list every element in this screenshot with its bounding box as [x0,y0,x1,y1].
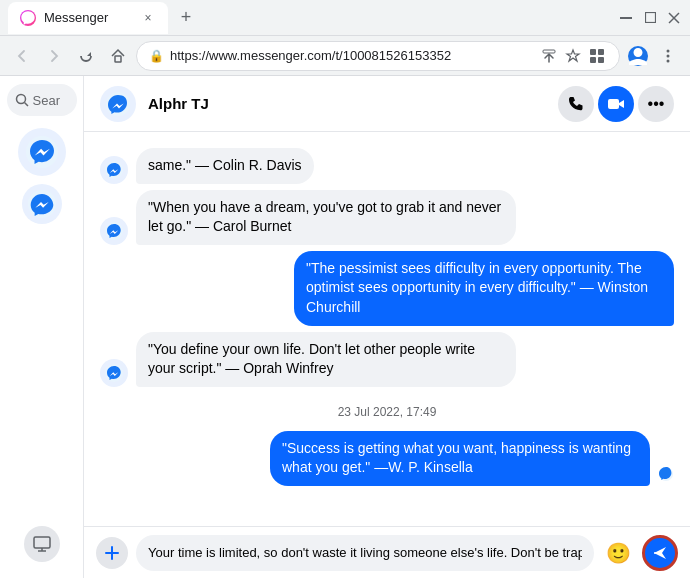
profile-button[interactable] [624,42,652,70]
more-options-button[interactable]: ••• [638,86,674,122]
avatar-icon [105,222,123,240]
monitor-icon [33,535,51,553]
active-tab[interactable]: Messenger × [8,2,168,34]
send-icon [652,545,668,561]
svg-point-14 [16,95,25,104]
timestamp-divider: 23 Jul 2022, 17:49 [100,405,674,419]
svg-rect-5 [543,50,555,53]
maximize-btn[interactable] [642,10,658,26]
tab-close-btn[interactable]: × [140,10,156,26]
svg-line-15 [24,103,28,107]
input-area: 🙂 [84,526,690,578]
message-bubble: "When you have a dream, you've got to gr… [136,190,516,245]
message-row: "The pessimist sees difficulty in every … [100,251,674,326]
message-avatar [100,217,128,245]
message-bubble: "The pessimist sees difficulty in every … [294,251,674,326]
new-tab-button[interactable]: + [172,4,200,32]
sidebar-main-avatar[interactable] [18,128,66,176]
back-button[interactable] [8,42,36,70]
app-container: Sear [0,76,690,578]
emoji-icon: 🙂 [606,541,631,565]
svg-rect-7 [598,49,604,55]
messenger-logo-icon [26,136,58,168]
sent-tick-icon [658,466,674,482]
contact-avatar-small-icon [106,92,130,116]
chat-header: Alphr TJ ••• [84,76,690,132]
close-window-btn[interactable] [666,10,682,26]
message-avatar [100,156,128,184]
svg-point-13 [667,59,670,62]
tab-favicon [20,10,36,26]
tab-title: Messenger [44,10,108,25]
share-icon[interactable] [539,46,559,66]
minimize-btn[interactable] [618,10,634,26]
video-button[interactable] [598,86,634,122]
sidebar: Sear [0,76,84,578]
browser-titlebar: Messenger × + [0,0,690,36]
lock-icon: 🔒 [149,49,164,63]
url-action-icons [539,46,607,66]
chat-contact-name: Alphr TJ [148,95,546,112]
svg-rect-4 [115,56,121,62]
svg-point-12 [667,54,670,57]
url-bar[interactable]: 🔒 https://www.messenger.com/t/1000815261… [136,41,620,71]
more-button[interactable] [654,42,682,70]
forward-button[interactable] [40,42,68,70]
new-conversation-button[interactable] [24,526,60,562]
message-row: same." — Colin R. Davis [100,148,674,184]
svg-rect-8 [590,57,596,63]
avatar-icon [105,161,123,179]
chat-container: Alphr TJ ••• [84,76,690,578]
message-bubble: same." — Colin R. Davis [136,148,314,184]
message-bubble: "You define your own life. Don't let oth… [136,332,516,387]
tab-bar: Messenger × + [8,0,200,36]
emoji-button[interactable]: 🙂 [602,537,634,569]
chat-header-actions: ••• [558,86,674,122]
browser-action-buttons [624,42,682,70]
more-dots-icon: ••• [648,95,665,113]
sidebar-contact-avatar[interactable] [22,184,62,224]
search-icon [15,93,29,107]
message-bubble: "Success is getting what you want, happi… [270,431,650,486]
svg-point-11 [667,49,670,52]
sent-avatar-indicator [658,466,674,486]
message-row: "Success is getting what you want, happi… [100,431,674,486]
window-controls [618,10,682,26]
chat-header-avatar [100,86,136,122]
url-text: https://www.messenger.com/t/100081526153… [170,48,533,63]
video-icon [607,95,625,113]
svg-rect-22 [608,99,619,109]
home-button[interactable] [104,42,132,70]
add-attachment-button[interactable] [96,537,128,569]
avatar-icon [105,364,123,382]
send-button[interactable] [642,535,678,571]
svg-rect-9 [598,57,604,63]
contact-avatar-icon [28,190,56,218]
reload-button[interactable] [72,42,100,70]
svg-rect-18 [34,537,50,548]
bookmark-icon[interactable] [563,46,583,66]
message-avatar [100,359,128,387]
message-input[interactable] [136,535,594,571]
message-row: "When you have a dream, you've got to gr… [100,190,674,245]
svg-rect-0 [620,17,632,19]
search-text: Sear [33,93,60,108]
svg-rect-1 [645,13,655,23]
extension-icon[interactable] [587,46,607,66]
phone-button[interactable] [558,86,594,122]
svg-rect-6 [590,49,596,55]
sidebar-bottom-section [24,526,60,570]
sidebar-search[interactable]: Sear [7,84,77,116]
address-bar: 🔒 https://www.messenger.com/t/1000815261… [0,36,690,76]
plus-icon [104,545,120,561]
messages-area[interactable]: same." — Colin R. Davis "When you have a… [84,132,690,526]
phone-icon [567,95,585,113]
message-row: "You define your own life. Don't let oth… [100,332,674,387]
